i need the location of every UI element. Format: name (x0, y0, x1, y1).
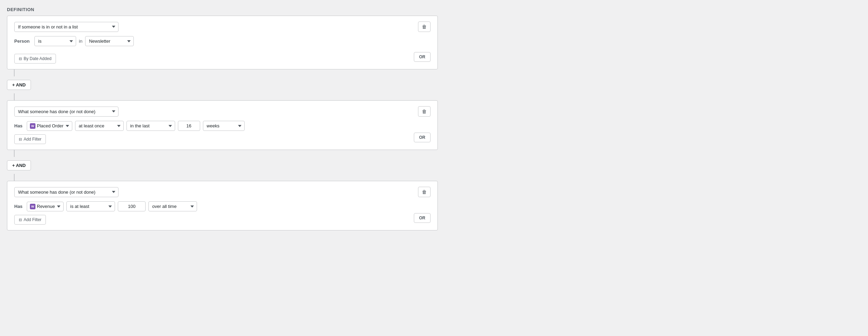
condition-select-3[interactable]: is at least (66, 201, 115, 211)
woo-action-select-2[interactable]: Placed Order (27, 121, 72, 131)
has-label-2: Has (14, 123, 24, 128)
condition-row-top-3: What someone has done (or not done) 🗑 (14, 187, 431, 197)
delete-block-2-button[interactable]: 🗑 (418, 106, 431, 117)
condition-type-select-1[interactable]: If someone is in or not in a list (14, 22, 118, 32)
trash-icon-1: 🗑 (422, 24, 427, 30)
condition-block-2: What someone has done (or not done) 🗑 Ha… (7, 100, 438, 150)
and-connector-1-wrapper: + AND (7, 69, 438, 100)
filter-icon-3: ⊟ (19, 218, 22, 222)
trash-icon-2: 🗑 (422, 109, 427, 114)
time-filter-select-2[interactable]: in the last (126, 121, 175, 131)
newsletter-select[interactable]: Newsletter (85, 36, 134, 46)
page-wrapper: Definition If someone is in or not in a … (7, 7, 438, 230)
definition-label: Definition (7, 7, 438, 12)
block1-footer: ⊟ By Date Added OR (14, 50, 431, 64)
and-line-1 (14, 69, 15, 76)
has-row-2: Has Placed Order at least once in the la… (14, 121, 431, 131)
woo-icon-3 (30, 204, 35, 209)
condition-type-select-2[interactable]: What someone has done (or not done) (14, 107, 118, 117)
and-line-2 (14, 150, 15, 157)
person-is-select[interactable]: is (34, 36, 76, 46)
in-label: in (79, 39, 82, 44)
and-line-1b (14, 93, 15, 100)
and-button-2[interactable]: + AND (7, 160, 31, 170)
has-row-3: Has Revenue is at least over all time (14, 201, 431, 211)
condition-block-3: What someone has done (or not done) 🗑 Ha… (7, 181, 438, 230)
person-label: Person (14, 39, 32, 44)
block2-footer: ⊟ Add Filter OR (14, 131, 431, 144)
add-filter-button-2[interactable]: ⊟ Add Filter (14, 134, 46, 144)
has-label-3: Has (14, 204, 24, 209)
condition-type-select-3[interactable]: What someone has done (or not done) (14, 187, 118, 197)
delete-block-1-button[interactable]: 🗑 (418, 22, 431, 32)
filter-icon-1: ⊟ (19, 57, 22, 61)
and-connector-2: + AND (7, 160, 438, 170)
or-button-2[interactable]: OR (414, 133, 431, 142)
time-value-input-2[interactable] (178, 121, 200, 131)
value-input-3[interactable] (118, 201, 146, 211)
and-line-2b (14, 174, 15, 181)
condition-row-top-1: If someone is in or not in a list 🗑 (14, 22, 431, 32)
time-unit-select-2[interactable]: weeks (203, 121, 245, 131)
condition-block-1: If someone is in or not in a list 🗑 Pers… (7, 16, 438, 69)
and-connector-2-wrapper: + AND (7, 150, 438, 181)
woo-icon-2 (30, 123, 35, 129)
person-row: Person is in Newsletter (14, 36, 431, 46)
woo-action-select-3[interactable]: Revenue (27, 202, 64, 211)
and-button-1[interactable]: + AND (7, 80, 31, 90)
woo-action-label-3: Revenue (37, 204, 55, 209)
by-date-added-button[interactable]: ⊟ By Date Added (14, 54, 56, 64)
filter-icon-2: ⊟ (19, 137, 22, 142)
time-filter-select-3[interactable]: over all time (148, 201, 197, 211)
and-connector-1: + AND (7, 80, 438, 90)
or-button-3[interactable]: OR (414, 213, 431, 223)
frequency-select-2[interactable]: at least once (75, 121, 124, 131)
delete-block-3-button[interactable]: 🗑 (418, 187, 431, 197)
condition-row-top-2: What someone has done (or not done) 🗑 (14, 106, 431, 117)
trash-icon-3: 🗑 (422, 189, 427, 195)
woo-action-label-2: Placed Order (37, 123, 64, 128)
block3-footer: ⊟ Add Filter OR (14, 211, 431, 225)
add-filter-button-3[interactable]: ⊟ Add Filter (14, 215, 46, 225)
or-button-1[interactable]: OR (414, 52, 431, 62)
